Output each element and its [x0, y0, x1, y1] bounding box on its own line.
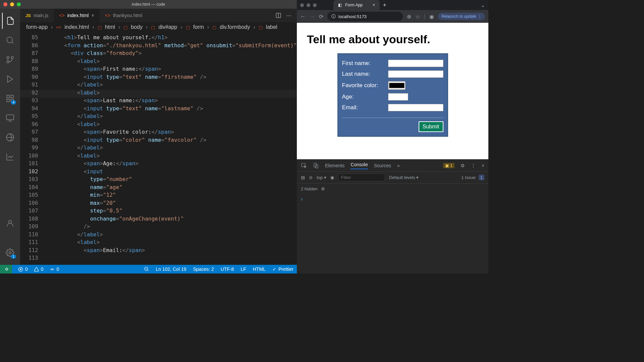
- prettier-status[interactable]: ✓ Prettier: [272, 266, 293, 272]
- explorer-icon[interactable]: [2, 13, 18, 29]
- breadcrumb-item[interactable]: form-app: [26, 24, 48, 30]
- forward-icon[interactable]: →: [310, 13, 315, 19]
- devtools-tab-sources[interactable]: Sources: [374, 163, 391, 168]
- remote-status[interactable]: [0, 265, 12, 274]
- console-filter-input[interactable]: [338, 174, 385, 181]
- minimize-window-icon[interactable]: [10, 2, 14, 6]
- remote-icon[interactable]: [2, 110, 18, 126]
- html-file-icon: <>: [59, 13, 64, 18]
- breadcrumb-icon: ▢: [212, 25, 216, 30]
- maximize-window-icon[interactable]: [17, 2, 21, 6]
- breadcrumb-item[interactable]: body: [131, 24, 143, 30]
- console-prompt[interactable]: ›: [297, 194, 488, 204]
- tab-dropdown-icon[interactable]: ⌄: [481, 2, 488, 8]
- url-bar[interactable]: ⓘ localhost:5173: [327, 12, 403, 21]
- breadcrumb-icon: ▢: [151, 25, 155, 30]
- chart-icon[interactable]: [2, 149, 18, 165]
- close-tab-icon[interactable]: ×: [91, 13, 94, 18]
- reload-icon[interactable]: ⟳: [319, 13, 323, 20]
- chrome-tab-strip: ◧ Form App × + ⌄: [297, 0, 488, 10]
- email-input[interactable]: [388, 104, 443, 111]
- search-icon[interactable]: [2, 32, 18, 48]
- settings-badge: 1: [11, 254, 16, 259]
- extensions-icon[interactable]: 4: [2, 90, 18, 107]
- indent-status[interactable]: Spaces: 2: [193, 266, 214, 272]
- code-content[interactable]: <h1>Tell me about yourself.</h1> <form a…: [45, 32, 297, 265]
- breadcrumb-icon: ▢: [123, 25, 127, 30]
- edge-icon[interactable]: [2, 129, 18, 145]
- code-editor[interactable]: 8586878889909192939495969798991001011021…: [20, 32, 297, 265]
- line-gutter[interactable]: 8586878889909192939495969798991001011021…: [20, 32, 45, 265]
- devtools-close-icon[interactable]: ×: [482, 163, 484, 168]
- language-status[interactable]: HTML: [253, 266, 266, 272]
- error-count[interactable]: 0: [18, 266, 28, 272]
- tab-close-icon[interactable]: ×: [373, 3, 375, 7]
- breadcrumb-item[interactable]: div.formbody: [220, 24, 250, 30]
- editor-actions: ⋯: [275, 12, 297, 19]
- profile-icon[interactable]: ◉: [429, 13, 434, 20]
- cursor-position[interactable]: Ln 102, Col 19: [156, 266, 186, 272]
- form-divider: [342, 118, 443, 118]
- source-control-icon[interactable]: [2, 52, 18, 68]
- submit-button[interactable]: Submit: [419, 121, 443, 132]
- vscode-window: index.html — code 4 1 JSmain.js<>index.h…: [0, 0, 297, 274]
- devtools-panel: Elements Console Sources » ▣ 1 ⚙ ⋮ × ▤ ⊘…: [297, 159, 488, 274]
- devtools-tab-console[interactable]: Console: [351, 162, 368, 169]
- warning-count[interactable]: 0: [34, 266, 44, 272]
- devtools-menu-icon[interactable]: ⋮: [471, 163, 476, 168]
- account-icon[interactable]: [2, 215, 18, 231]
- back-icon[interactable]: ←: [300, 13, 306, 19]
- browser-tab[interactable]: ◧ Form App ×: [333, 0, 380, 10]
- browser-minimize-icon[interactable]: [307, 3, 310, 7]
- live-expression-icon[interactable]: ◉: [330, 175, 334, 180]
- close-window-icon[interactable]: [3, 2, 7, 6]
- inspect-icon[interactable]: [301, 163, 307, 169]
- context-selector[interactable]: top ▾: [317, 175, 326, 180]
- issues-indicator[interactable]: 1 Issue: 1: [461, 175, 484, 180]
- breadcrumb-item[interactable]: html: [105, 24, 115, 30]
- console-sidebar-icon[interactable]: ▤: [301, 175, 305, 180]
- run-debug-icon[interactable]: [2, 71, 18, 87]
- svg-line-19: [148, 270, 149, 271]
- port-count[interactable]: 0: [50, 266, 59, 272]
- breadcrumb-item[interactable]: form: [193, 24, 204, 30]
- chrome-window: ◧ Form App × + ⌄ ← → ⟳ ⓘ localhost:5173 …: [297, 0, 488, 274]
- device-icon[interactable]: [313, 163, 319, 169]
- devtools-settings-icon[interactable]: ⚙: [461, 163, 465, 168]
- more-tabs-icon[interactable]: »: [397, 163, 400, 168]
- breadcrumb-item[interactable]: index.html: [65, 24, 89, 30]
- log-levels-selector[interactable]: Default levels ▾: [389, 175, 419, 180]
- relaunch-button[interactable]: Relaunch to update ⋮: [438, 13, 485, 20]
- breadcrumb-item[interactable]: label: [266, 24, 277, 30]
- favcolor-input[interactable]: [388, 81, 406, 90]
- settings-icon[interactable]: 1: [2, 245, 18, 261]
- new-tab-icon[interactable]: +: [383, 2, 386, 8]
- encoding-status[interactable]: UTF-8: [221, 266, 234, 272]
- gear-icon[interactable]: ⚙: [321, 186, 325, 191]
- editor-tab[interactable]: <>thankyou.html: [100, 9, 148, 22]
- devtools-tab-elements[interactable]: Elements: [325, 163, 344, 168]
- devtools-warning-badge[interactable]: ▣ 1: [443, 163, 454, 168]
- breadcrumb-icon: ▢: [259, 25, 263, 30]
- bookmark-icon[interactable]: ☆: [415, 13, 420, 20]
- lastname-input[interactable]: [388, 70, 443, 78]
- browser-close-icon[interactable]: [300, 3, 304, 7]
- svg-point-0: [7, 37, 12, 43]
- firstname-input[interactable]: [388, 60, 443, 67]
- titlebar[interactable]: index.html — code: [0, 0, 297, 9]
- site-info-icon[interactable]: ⓘ: [331, 13, 336, 19]
- editor-tab[interactable]: JSmain.js: [20, 9, 54, 22]
- breadcrumb-item[interactable]: div#app: [158, 24, 177, 30]
- eol-status[interactable]: LF: [240, 266, 246, 272]
- hidden-messages[interactable]: 2 hidden ⚙: [297, 184, 488, 194]
- editor-tab[interactable]: <>index.html×: [54, 9, 99, 22]
- browser-maximize-icon[interactable]: [313, 3, 317, 7]
- more-actions-icon[interactable]: ⋯: [286, 12, 291, 19]
- clear-console-icon[interactable]: ⊘: [309, 175, 313, 180]
- breadcrumb-icon: <>: [56, 25, 61, 30]
- split-editor-icon[interactable]: [275, 12, 281, 19]
- zoom-icon[interactable]: ⊕: [407, 13, 411, 20]
- breadcrumbs[interactable]: form-app›<>index.html›▢html›▢body›▢div#a…: [20, 22, 297, 32]
- age-input[interactable]: [388, 93, 408, 101]
- zoom-icon[interactable]: [144, 266, 149, 272]
